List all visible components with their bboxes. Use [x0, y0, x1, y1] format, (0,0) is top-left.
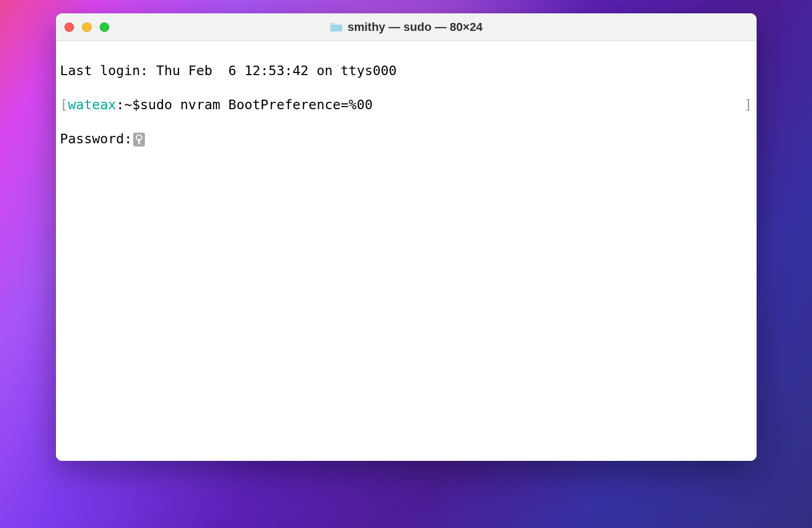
prompt-separator: :~$	[116, 97, 140, 112]
close-button[interactable]	[64, 22, 74, 32]
password-prompt: Password:	[60, 131, 132, 147]
password-line: Password:	[60, 131, 752, 148]
window-title-area: smithy — sudo — 80×24	[329, 20, 483, 34]
zoom-button[interactable]	[100, 22, 109, 32]
command-text: sudo nvram BootPreference=%00	[140, 97, 373, 112]
hostname: wateax	[68, 97, 116, 112]
title-bar[interactable]: smithy — sudo — 80×24	[56, 13, 757, 41]
prompt-bracket-right: ]	[744, 96, 752, 113]
key-icon	[133, 133, 145, 147]
last-login-line: Last login: Thu Feb 6 12:53:42 on ttys00…	[60, 62, 752, 79]
prompt-bracket-left: [	[60, 97, 68, 112]
command-line: [wateax:~$sudo nvram BootPreference=%00]	[60, 96, 752, 113]
folder-icon	[329, 22, 343, 33]
terminal-content[interactable]: Last login: Thu Feb 6 12:53:42 on ttys00…	[56, 41, 757, 461]
window-title: smithy — sudo — 80×24	[347, 20, 483, 34]
minimize-button[interactable]	[82, 22, 92, 32]
window-controls	[64, 22, 109, 32]
terminal-window: smithy — sudo — 80×24 Last login: Thu Fe…	[56, 13, 757, 461]
last-login-text: Last login: Thu Feb 6 12:53:42 on ttys00…	[60, 63, 397, 78]
